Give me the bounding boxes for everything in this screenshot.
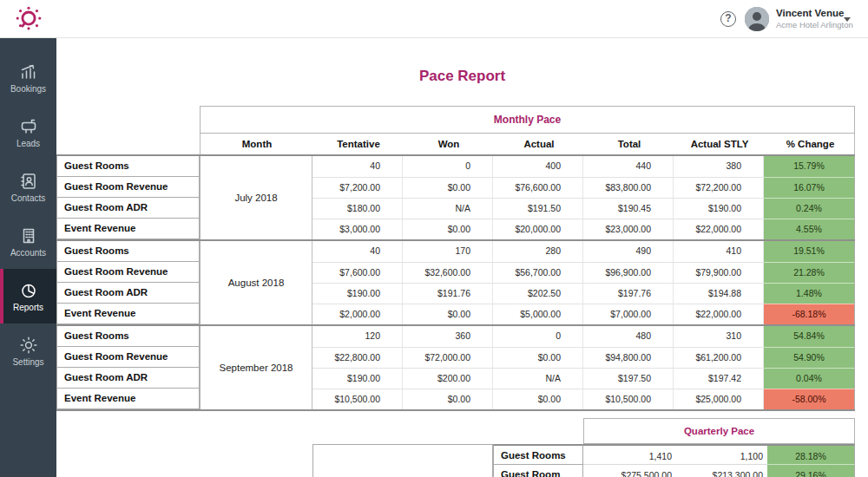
- row-label: Event Revenue: [56, 389, 200, 409]
- value-cell: 1,100: [679, 444, 767, 465]
- value-cell: $0.00: [403, 389, 493, 409]
- pct-change-cell: 0.04%: [764, 368, 855, 389]
- month-cell: August 2018: [200, 241, 312, 324]
- quarterly-pace-header: Quarterly Pace: [583, 418, 855, 444]
- column-header-month: Month: [201, 134, 313, 154]
- value-cell: $10,500.00: [583, 389, 674, 409]
- column-header-total: Total: [584, 134, 674, 154]
- monthly-pace-column-headers: Month Tentative Won Actual Total Actual …: [200, 134, 855, 154]
- value-cell: $194.88: [674, 283, 764, 304]
- value-cell: $190.00: [674, 198, 764, 219]
- value-cell: $0.00: [403, 304, 493, 324]
- value-cell: 410: [674, 241, 764, 262]
- help-icon[interactable]: ?: [720, 11, 736, 27]
- value-cell: 490: [583, 241, 674, 262]
- value-cell: 1,410: [583, 444, 679, 465]
- value-cell: $56,700.00: [493, 262, 583, 283]
- value-cell: $197.50: [583, 368, 674, 389]
- page-title: Pace Report: [56, 68, 868, 85]
- brand-logo-icon[interactable]: [14, 4, 43, 34]
- user-name: Vincent Venue: [776, 8, 851, 18]
- value-cell: $72,000.00: [403, 347, 493, 368]
- sidebar-item-label: Reports: [13, 303, 43, 312]
- pct-change-cell: 54.90%: [764, 347, 855, 368]
- chevron-down-icon[interactable]: [844, 17, 851, 22]
- value-cell: 170: [403, 241, 493, 262]
- avatar[interactable]: [745, 7, 769, 31]
- address-book-icon: [19, 172, 38, 191]
- row-label: Guest Room ADR: [56, 368, 200, 389]
- user-org: Acme Hotel Arlington: [776, 20, 851, 29]
- pct-change-cell: 15.79%: [764, 156, 855, 177]
- row-label: Guest Rooms: [56, 326, 200, 347]
- value-cell: $72,200.00: [674, 177, 764, 198]
- value-cell: $202.50: [493, 283, 583, 304]
- value-cell: $0.00: [493, 347, 583, 368]
- row-label: Guest Room Revenue: [56, 177, 200, 198]
- quarterly-pace-body: Guest Rooms1,4101,10028.18%Guest Room Re…: [312, 444, 855, 477]
- sidebar-item-contacts[interactable]: Contacts: [0, 160, 56, 214]
- monthly-pace-header: Monthly Pace: [200, 106, 855, 134]
- pct-change-cell: 0.24%: [764, 198, 855, 219]
- row-label: Event Revenue: [56, 219, 200, 239]
- value-cell: $191.76: [403, 283, 493, 304]
- row-label: Guest Room ADR: [56, 283, 200, 304]
- report-content: Pace Report Monthly Pace Month Tentative…: [56, 38, 868, 477]
- pct-change-cell: 4.55%: [764, 219, 855, 239]
- value-cell: 40: [312, 156, 403, 177]
- pie-chart-icon: [19, 281, 38, 300]
- sidebar-item-settings[interactable]: Settings: [0, 323, 56, 378]
- value-cell: $200.00: [403, 368, 493, 389]
- value-cell: $76,600.00: [493, 177, 583, 198]
- value-cell: 120: [312, 326, 403, 347]
- row-label: Guest Room Revenue: [56, 347, 200, 368]
- value-cell: 380: [674, 156, 764, 177]
- column-header-actual-stly: Actual STLY: [674, 134, 765, 154]
- value-cell: $191.50: [493, 198, 583, 219]
- sidebar-item-reports[interactable]: Reports: [0, 269, 56, 323]
- row-label: Guest Room Revenue: [493, 465, 583, 477]
- pct-change-cell: -68.18%: [764, 304, 855, 324]
- bar-chart-trend-icon: [19, 62, 38, 82]
- column-header-pct-change: % Change: [765, 134, 856, 154]
- value-cell: $61,200.00: [674, 347, 764, 368]
- value-cell: $180.00: [312, 198, 403, 219]
- value-cell: $7,000.00: [583, 304, 674, 324]
- month-group: Guest RoomsJuly 201840040044038015.79%Gu…: [56, 154, 855, 239]
- value-cell: $197.42: [674, 368, 764, 389]
- sidebar-item-accounts[interactable]: Accounts: [0, 214, 56, 269]
- value-cell: $213,300.00: [679, 465, 767, 477]
- value-cell: $190.00: [312, 283, 403, 304]
- value-cell: $22,000.00: [674, 219, 764, 239]
- month-cell: July 2018: [200, 156, 312, 239]
- value-cell: $190.45: [583, 198, 674, 219]
- value-cell: $275,500.00: [583, 465, 679, 477]
- value-cell: $3,000.00: [312, 219, 403, 239]
- value-cell: 40: [312, 241, 403, 262]
- month-group: Guest RoomsAugust 20184017028049041019.5…: [56, 239, 855, 324]
- sidebar-item-label: Accounts: [10, 248, 46, 258]
- row-label: Guest Rooms: [56, 156, 200, 177]
- value-cell: 280: [493, 241, 583, 262]
- pct-change-cell: 19.51%: [764, 241, 855, 262]
- value-cell: $2,000.00: [312, 304, 403, 324]
- top-bar: ? Vincent Venue Acme Hotel Arlington: [0, 0, 868, 38]
- sidebar-item-label: Leads: [16, 139, 40, 148]
- monthly-pace-body: Guest RoomsJuly 201840040044038015.79%Gu…: [56, 154, 855, 411]
- value-cell: $22,000.00: [674, 304, 764, 324]
- pct-change-cell: 29.16%: [767, 465, 855, 477]
- sidebar-item-leads[interactable]: Leads: [0, 105, 56, 160]
- column-header-tentative: Tentative: [313, 134, 404, 154]
- value-cell: $190.00: [312, 368, 403, 389]
- value-cell: 0: [493, 326, 583, 347]
- sidebar-item-label: Bookings: [10, 84, 46, 94]
- user-menu[interactable]: Vincent Venue Acme Hotel Arlington: [776, 8, 851, 29]
- pct-change-cell: -58.00%: [764, 389, 855, 409]
- gear-icon: [19, 336, 38, 355]
- value-cell: 360: [403, 326, 493, 347]
- sidebar: Bookings Leads Contacts Accounts Reports…: [0, 38, 56, 477]
- sidebar-item-bookings[interactable]: Bookings: [0, 50, 56, 105]
- pct-change-cell: 28.18%: [767, 444, 855, 465]
- value-cell: $0.00: [403, 219, 493, 239]
- column-header-actual: Actual: [494, 134, 584, 154]
